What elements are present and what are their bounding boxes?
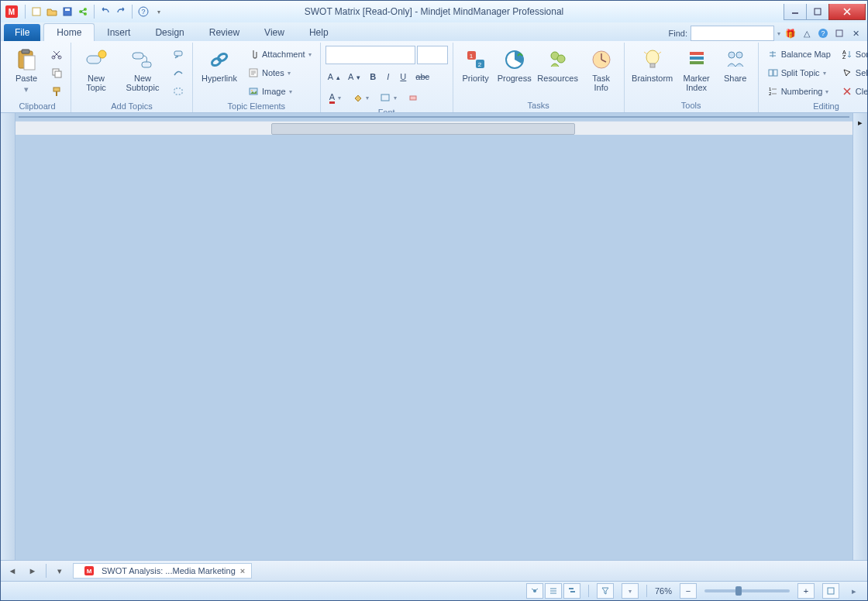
close-button[interactable] (828, 4, 866, 20)
zoom-out-button[interactable]: − (680, 583, 697, 599)
clear-button[interactable]: Clear▾ (838, 83, 867, 100)
nav-forward-icon[interactable]: ► (26, 564, 40, 578)
fit-button[interactable] (822, 583, 839, 599)
group-tools: Brainstorm Marker Index Share Tools (625, 43, 759, 112)
task-panel-icon[interactable]: ▸ (858, 118, 863, 128)
qat-help-icon[interactable]: ? (136, 5, 150, 19)
bold-button[interactable]: B (366, 68, 380, 85)
file-tab[interactable]: File (4, 24, 40, 41)
sort-button[interactable]: AZSort▾ (838, 46, 867, 63)
qat-redo-icon[interactable] (114, 5, 128, 19)
zoom-in-button[interactable]: + (797, 583, 815, 599)
new-subtopic-button[interactable]: New Subtopic (119, 46, 166, 94)
progress-button[interactable]: Progress (497, 46, 532, 84)
clear-formatting-button[interactable] (404, 89, 422, 106)
relationship-button[interactable] (169, 64, 188, 81)
boundary-button[interactable] (169, 83, 188, 100)
doc-close-icon[interactable]: ✕ (849, 26, 863, 40)
tab-design[interactable]: Design (143, 24, 196, 41)
brainstorm-button[interactable]: Brainstorm (629, 46, 676, 84)
mindmap-canvas[interactable]: SWOT Analysis: Social Media Marketing S … (19, 116, 849, 118)
pan-right-icon[interactable]: ▸ (847, 584, 861, 598)
svg-rect-71 (569, 588, 574, 589)
svg-rect-0 (33, 8, 40, 15)
callout-button[interactable] (169, 46, 188, 63)
new-subtopic-icon (130, 47, 155, 72)
document-tab[interactable]: M SWOT Analysis: ...Media Marketing × (73, 563, 252, 579)
notes-button[interactable]: Notes▾ (244, 64, 315, 81)
image-button[interactable]: Image▾ (244, 83, 315, 100)
view-map-button[interactable] (526, 583, 543, 599)
fill-color-button[interactable]: ▾ (348, 89, 373, 106)
right-panel-rail[interactable]: ▸ (852, 113, 867, 560)
italic-button[interactable]: I (383, 68, 393, 85)
group-tasks: 12 Priority Progress Resources Task Info… (453, 43, 625, 112)
help-icon[interactable]: ? (816, 26, 830, 40)
line-color-button[interactable]: ▾ (376, 89, 401, 106)
tab-insert[interactable]: Insert (95, 24, 143, 41)
qat-open-icon[interactable] (45, 5, 59, 19)
view-gantt-button[interactable] (563, 583, 580, 599)
svg-text:1: 1 (469, 53, 473, 60)
numbering-button[interactable]: 12Numbering▾ (763, 83, 835, 100)
hyperlink-button[interactable]: Hyperlink (198, 46, 241, 84)
paste-button[interactable]: Paste▾ (9, 46, 44, 95)
nav-back-icon[interactable]: ◄ (5, 564, 19, 578)
qat-save-icon[interactable] (60, 5, 74, 19)
select-button[interactable]: Select▾ (838, 64, 867, 81)
share-button[interactable]: Share (718, 46, 753, 84)
tab-review[interactable]: Review (197, 24, 252, 41)
underline-button[interactable]: U (396, 68, 410, 85)
filter-button[interactable] (597, 583, 614, 599)
filter-dropdown[interactable]: ▾ (622, 583, 639, 599)
copy-button[interactable] (47, 64, 66, 81)
ribbon-tabs: File Home Insert Design Review View Help… (1, 22, 867, 41)
view-outline-button[interactable] (545, 583, 562, 599)
hyperlink-icon (207, 47, 232, 72)
svg-text:2: 2 (477, 61, 481, 68)
font-size-select[interactable] (417, 46, 448, 64)
tab-home[interactable]: Home (43, 23, 95, 41)
progress-icon (502, 47, 527, 72)
ribbon-minimize-icon[interactable]: △ (800, 26, 814, 40)
shrink-font-button[interactable]: A▾ (346, 68, 363, 85)
font-name-select[interactable] (326, 46, 415, 64)
font-color-button[interactable]: A▾ (326, 89, 345, 106)
doc-restore-icon[interactable] (832, 26, 846, 40)
svg-rect-26 (174, 51, 182, 56)
marker-icon (684, 47, 709, 72)
maximize-button[interactable] (806, 4, 829, 20)
qat-share-icon[interactable] (76, 5, 90, 19)
resources-button[interactable]: Resources (536, 46, 580, 84)
horizontal-scrollbar[interactable] (16, 121, 852, 135)
gift-icon[interactable]: 🎁 (784, 26, 797, 40)
attachment-button[interactable]: Attachment▾ (244, 46, 315, 63)
qat-undo-icon[interactable] (98, 5, 112, 19)
zoom-slider[interactable] (704, 589, 790, 592)
balance-map-button[interactable]: Balance Map (763, 46, 835, 63)
new-topic-button[interactable]: New Topic (76, 46, 116, 94)
resources-icon (546, 47, 570, 72)
minimize-button[interactable] (784, 4, 807, 20)
find-input[interactable] (691, 26, 774, 41)
tab-help[interactable]: Help (297, 24, 341, 41)
format-painter-button[interactable] (47, 83, 66, 100)
cut-button[interactable] (47, 46, 66, 63)
close-tab-icon[interactable]: × (240, 566, 245, 575)
qat-customize-icon[interactable]: ▾ (152, 5, 166, 19)
qat-new-icon[interactable] (29, 5, 43, 19)
grow-font-button[interactable]: A▴ (326, 68, 343, 85)
marker-index-button[interactable]: Marker Index (679, 46, 715, 94)
svg-rect-24 (133, 53, 143, 59)
left-panel-rail[interactable] (1, 113, 16, 560)
new-topic-icon (84, 47, 108, 72)
strike-button[interactable]: abc (413, 68, 432, 85)
nav-dropdown-icon[interactable]: ▾ (53, 564, 67, 578)
taskinfo-button[interactable]: Task Info (584, 46, 619, 94)
split-topic-button[interactable]: Split Topic▾ (763, 64, 835, 81)
tab-view[interactable]: View (252, 24, 297, 41)
canvas-area: SWOT Analysis: Social Media Marketing S … (1, 113, 867, 560)
svg-rect-9 (815, 9, 821, 15)
priority-button[interactable]: 12 Priority (458, 46, 494, 84)
svg-rect-58 (773, 70, 777, 76)
